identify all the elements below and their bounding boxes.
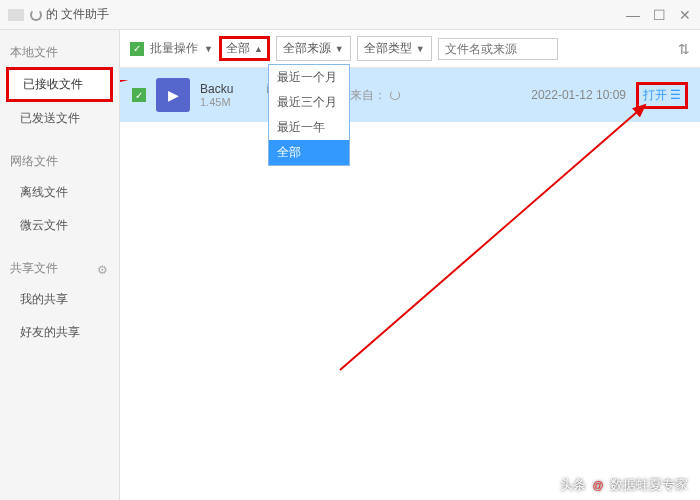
sidebar-item-sent[interactable]: 已发送文件 <box>0 102 119 135</box>
file-source: 来自： <box>350 87 521 104</box>
folder-icon <box>8 9 24 21</box>
chevron-down-icon[interactable]: ▼ <box>204 44 213 54</box>
file-date: 2022-01-12 10:09 <box>531 88 626 102</box>
highlight-received: 已接收文件 <box>6 67 113 102</box>
open-button[interactable]: 打开 ☰ <box>636 82 688 109</box>
menu-item-1month[interactable]: 最近一个月 <box>269 65 349 90</box>
filter-source-dropdown[interactable]: 全部来源▼ <box>276 36 351 61</box>
sidebar-item-received[interactable]: 已接收文件 <box>9 70 110 99</box>
sort-button[interactable]: ⇅ <box>678 41 690 57</box>
watermark: 头条 @ 数据蛙夏专家 <box>560 476 688 494</box>
sidebar-item-myshare[interactable]: 我的共享 <box>0 283 119 316</box>
sidebar-section-share: 共享文件 ⚙ <box>0 254 119 283</box>
loading-icon <box>30 9 42 21</box>
search-input[interactable] <box>438 38 558 60</box>
file-checkbox[interactable]: ✓ <box>132 88 146 102</box>
chevron-down-icon: ▲ <box>254 44 263 54</box>
file-list: ✓ ▶ Backu it 1.45M 来自： 2022-01-12 10:09 … <box>120 68 700 500</box>
chevron-down-icon: ▼ <box>335 44 344 54</box>
sidebar-item-offline[interactable]: 离线文件 <box>0 176 119 209</box>
toolbar: ✓ 批量操作 ▼ 全部▲ 全部来源▼ 全部类型▼ ⇅ 最近一个月 最近三个月 最… <box>120 30 700 68</box>
filter-time-dropdown[interactable]: 全部▲ <box>219 36 270 61</box>
close-button[interactable]: ✕ <box>678 8 692 22</box>
file-thumbnail-icon: ▶ <box>156 78 190 112</box>
sidebar-section-network: 网络文件 <box>0 147 119 176</box>
window-title: 的 文件助手 <box>46 6 626 23</box>
content-area: ✓ 批量操作 ▼ 全部▲ 全部来源▼ 全部类型▼ ⇅ 最近一个月 最近三个月 最… <box>120 30 700 500</box>
time-filter-menu: 最近一个月 最近三个月 最近一年 全部 <box>268 64 350 166</box>
gear-icon[interactable]: ⚙ <box>97 263 109 275</box>
sidebar-section-local: 本地文件 <box>0 38 119 67</box>
sidebar-item-friendshare[interactable]: 好友的共享 <box>0 316 119 349</box>
menu-icon[interactable]: ☰ <box>670 88 681 102</box>
filter-type-dropdown[interactable]: 全部类型▼ <box>357 36 432 61</box>
loading-icon <box>390 90 400 100</box>
maximize-button[interactable]: ☐ <box>652 8 666 22</box>
menu-item-all[interactable]: 全部 <box>269 140 349 165</box>
batch-label: 批量操作 <box>150 40 198 57</box>
select-all-checkbox[interactable]: ✓ <box>130 42 144 56</box>
menu-item-1year[interactable]: 最近一年 <box>269 115 349 140</box>
sidebar: 本地文件 已接收文件 已发送文件 网络文件 离线文件 微云文件 共享文件 ⚙ 我… <box>0 30 120 500</box>
chevron-down-icon: ▼ <box>416 44 425 54</box>
sidebar-item-cloud[interactable]: 微云文件 <box>0 209 119 242</box>
window-controls: — ☐ ✕ <box>626 8 692 22</box>
titlebar: 的 文件助手 — ☐ ✕ <box>0 0 700 30</box>
minimize-button[interactable]: — <box>626 8 640 22</box>
file-row[interactable]: ✓ ▶ Backu it 1.45M 来自： 2022-01-12 10:09 … <box>120 68 700 122</box>
at-icon: @ <box>590 477 606 493</box>
menu-item-3month[interactable]: 最近三个月 <box>269 90 349 115</box>
